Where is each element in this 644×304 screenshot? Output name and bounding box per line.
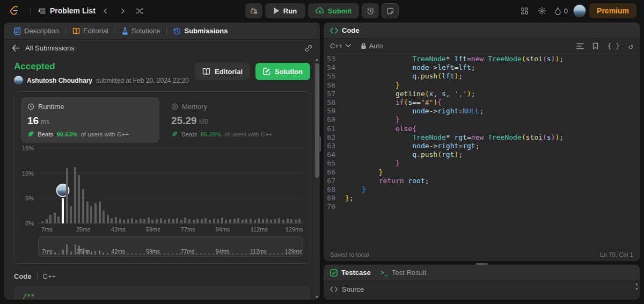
notes-button[interactable] [382,3,399,18]
format-code-button[interactable] [576,43,584,49]
distribution-bar[interactable] [254,220,256,223]
memory-stat-card[interactable]: Memory 25.29MB Beats 85.29% of users wit… [165,97,303,143]
distribution-bar[interactable] [274,219,276,223]
distribution-bar[interactable] [258,218,260,223]
scroll-up-arrow[interactable]: ▲ [314,56,320,62]
left-panel-scrollbar[interactable]: ▲ ▼ [314,56,320,300]
settings-button[interactable] [535,4,549,18]
scrollbar-thumb[interactable] [315,63,319,178]
scroll-down-arrow[interactable]: ▼ [314,294,320,300]
distribution-bar[interactable] [86,201,89,223]
code-line[interactable]: 68 } [324,185,640,194]
code-line[interactable]: 56 } [324,81,640,90]
distribution-bar[interactable] [262,219,264,223]
distribution-bar[interactable] [164,220,166,223]
distribution-bar[interactable] [193,220,195,223]
distribution-bar[interactable] [213,219,215,223]
code-line[interactable]: 55 q.push(lft); [324,72,640,81]
distribution-bar[interactable] [143,219,145,223]
distribution-bar[interactable] [204,218,207,223]
distribution-bar[interactable] [127,219,129,223]
distribution-bar[interactable] [123,220,125,223]
distribution-bar[interactable] [74,167,76,223]
user-avatar[interactable] [573,4,586,17]
distribution-bar[interactable] [282,220,284,223]
distribution-bar[interactable] [156,219,158,223]
apps-grid-button[interactable] [518,4,532,18]
code-line[interactable]: 62 TreeNode* rgt=new TreeNode(stoi(s)); [324,133,640,142]
problem-list-button[interactable]: Problem List [38,6,96,15]
code-line[interactable]: 63 node->right=rgt; [324,142,640,150]
runtime-stat-card[interactable]: Runtime 16ms Beats 90.63% of users with … [21,97,159,143]
distribution-bar[interactable] [241,220,244,223]
testcase-scroll-down[interactable]: ▼ [635,287,639,291]
code-line[interactable]: 70 [324,202,640,211]
code-line[interactable]: 59 node->right=NULL; [324,107,640,115]
tab-solutions[interactable]: Solutions [118,23,164,39]
code-line[interactable]: 61 else{ [324,125,640,133]
editor-testcase-resize-handle[interactable] [475,263,488,265]
tab-submissions[interactable]: Submissions [169,23,232,39]
prev-problem-button[interactable] [99,4,113,18]
distribution-bar[interactable] [250,219,252,223]
distribution-bar[interactable] [54,213,56,223]
distribution-bar[interactable] [119,219,121,223]
distribution-bar[interactable] [233,219,236,223]
panel-resize-handle[interactable] [319,136,321,151]
chart-range-brush[interactable]: 7ms25ms42ms59ms77ms94ms112ms129ms [38,236,303,257]
code-line[interactable]: 67 return root; [324,177,640,185]
distribution-bar[interactable] [184,218,186,223]
cursor-position[interactable]: Ln 70, Col 1 [600,251,633,258]
testcase-scrollbar[interactable]: ▲ ▼ [635,282,639,291]
distribution-bar[interactable] [287,219,289,223]
code-line[interactable]: 66 } [324,168,640,177]
run-button[interactable]: Run [265,3,305,18]
distribution-bar[interactable] [188,219,191,223]
submit-button[interactable]: Submit [308,3,359,18]
distribution-bar[interactable] [298,219,301,223]
code-line[interactable]: 64 q.push(rgt); [324,150,640,159]
code-line[interactable]: 57 getline(x, s, ','); [324,90,640,98]
next-problem-button[interactable] [116,4,130,18]
code-editor[interactable]: 53 TreeNode* lft=new TreeNode(stoi(s));5… [324,54,640,247]
distribution-bar[interactable] [70,206,72,223]
code-line[interactable]: 69}; [324,194,640,202]
distribution-bar[interactable] [78,175,80,223]
author-avatar[interactable] [14,76,23,85]
code-line[interactable]: 65 } [324,159,640,168]
code-line[interactable]: 58 if(s=="#"){ [324,98,640,107]
distribution-bar[interactable] [90,206,92,223]
distribution-bar[interactable] [94,203,97,223]
distribution-bar[interactable] [135,220,137,223]
copy-link-icon[interactable] [304,44,312,52]
bookmark-button[interactable] [592,42,598,49]
code-line[interactable]: 60 } [324,115,640,124]
distribution-bar[interactable] [209,220,211,223]
distribution-bar[interactable] [196,219,199,223]
distribution-bar[interactable] [82,189,84,223]
distribution-bar[interactable] [172,219,174,223]
submitted-code-preview[interactable]: /** [14,286,310,300]
distribution-bar[interactable] [57,216,60,223]
auto-mode-toggle[interactable]: Auto [361,42,383,50]
snippets-button[interactable]: { } [607,42,619,50]
tab-testcase[interactable]: Testcase [330,269,371,277]
all-submissions-label[interactable]: All Submissions [25,44,75,52]
timer-button[interactable] [362,3,379,18]
distribution-bar[interactable] [107,215,109,223]
distribution-bar[interactable] [103,211,105,223]
distribution-bar[interactable] [49,215,52,223]
distribution-bar[interactable] [217,219,219,223]
distribution-bar[interactable] [180,220,182,223]
editorial-button[interactable]: Editorial [195,63,250,80]
distribution-bar[interactable] [266,219,268,223]
language-select[interactable]: C++ [330,42,351,50]
distribution-bar[interactable] [290,219,292,223]
distribution-bar[interactable] [270,220,272,223]
distribution-bar[interactable] [237,218,239,223]
streak-counter[interactable]: 0 [554,7,568,15]
distribution-bar[interactable] [160,218,162,223]
leetcode-logo[interactable] [8,4,23,18]
distribution-bar[interactable] [148,218,150,223]
debugger-button[interactable] [245,3,262,18]
